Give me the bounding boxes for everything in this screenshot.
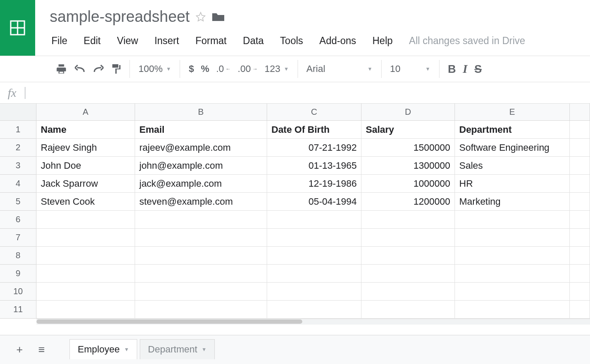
menu-edit[interactable]: Edit <box>84 35 101 47</box>
row-header-6[interactable]: 6 <box>0 211 36 229</box>
menu-data[interactable]: Data <box>243 35 264 47</box>
formula-input[interactable] <box>34 82 582 103</box>
menu-format[interactable]: Format <box>196 35 227 47</box>
cell-E11[interactable] <box>455 301 570 319</box>
horizontal-scrollbar[interactable] <box>36 319 590 325</box>
star-icon[interactable] <box>196 12 206 22</box>
cell-C3[interactable]: 01-13-1965 <box>267 157 361 175</box>
col-header-A[interactable]: A <box>36 104 135 121</box>
cell-D8[interactable] <box>361 247 455 265</box>
cell-C11[interactable] <box>267 301 361 319</box>
col-header-C[interactable]: C <box>267 104 361 121</box>
scrollbar-thumb[interactable] <box>36 319 302 324</box>
strikethrough-button[interactable]: S <box>471 60 485 78</box>
cell-extra-10[interactable] <box>570 283 590 301</box>
cell-E10[interactable] <box>455 283 570 301</box>
cell-D3[interactable]: 1300000 <box>361 157 455 175</box>
font-size-dropdown[interactable]: 10 ▼ <box>387 60 434 78</box>
cell-B8[interactable] <box>135 247 267 265</box>
cell-A2[interactable]: Rajeev Singh <box>36 139 135 157</box>
cell-A9[interactable] <box>36 265 135 283</box>
cell-E7[interactable] <box>455 229 570 247</box>
cell-C7[interactable] <box>267 229 361 247</box>
cell-extra-4[interactable] <box>570 175 590 193</box>
cell-D1[interactable]: Salary <box>361 121 455 139</box>
cell-A8[interactable] <box>36 247 135 265</box>
cell-E3[interactable]: Sales <box>455 157 570 175</box>
percent-button[interactable]: % <box>197 60 213 78</box>
cell-D10[interactable] <box>361 283 455 301</box>
cell-A7[interactable] <box>36 229 135 247</box>
cell-extra-11[interactable] <box>570 301 590 319</box>
cell-A1[interactable]: Name <box>36 121 135 139</box>
cell-E6[interactable] <box>455 211 570 229</box>
cell-extra-2[interactable] <box>570 139 590 157</box>
cell-C6[interactable] <box>267 211 361 229</box>
cell-B7[interactable] <box>135 229 267 247</box>
cell-C4[interactable]: 12-19-1986 <box>267 175 361 193</box>
cell-A10[interactable] <box>36 283 135 301</box>
cell-E4[interactable]: HR <box>455 175 570 193</box>
cell-A11[interactable] <box>36 301 135 319</box>
cell-D9[interactable] <box>361 265 455 283</box>
cell-C8[interactable] <box>267 247 361 265</box>
menu-help[interactable]: Help <box>372 35 392 47</box>
cell-extra-9[interactable] <box>570 265 590 283</box>
cell-B5[interactable]: steven@example.com <box>135 193 267 211</box>
bold-button[interactable]: B <box>445 60 460 78</box>
sheet-tab-active[interactable]: Employee ▼ <box>69 339 137 359</box>
menu-file[interactable]: File <box>51 35 67 47</box>
undo-icon[interactable] <box>70 60 89 78</box>
cell-extra-5[interactable] <box>570 193 590 211</box>
cell-E8[interactable] <box>455 247 570 265</box>
menu-addons[interactable]: Add-ons <box>319 35 356 47</box>
zoom-dropdown[interactable]: 100% ▼ <box>135 60 175 78</box>
all-sheets-button[interactable]: ≡ <box>30 343 52 356</box>
cell-C1[interactable]: Date Of Birth <box>267 121 361 139</box>
cell-A5[interactable]: Steven Cook <box>36 193 135 211</box>
menu-view[interactable]: View <box>117 35 138 47</box>
row-header-10[interactable]: 10 <box>0 283 36 301</box>
decrease-decimal-button[interactable]: .0 ← <box>213 60 234 78</box>
cell-E1[interactable]: Department <box>455 121 570 139</box>
increase-decimal-button[interactable]: .00 → <box>234 60 261 78</box>
cell-C9[interactable] <box>267 265 361 283</box>
cell-B11[interactable] <box>135 301 267 319</box>
cell-A3[interactable]: John Doe <box>36 157 135 175</box>
cell-D11[interactable] <box>361 301 455 319</box>
cell-B9[interactable] <box>135 265 267 283</box>
cell-D5[interactable]: 1200000 <box>361 193 455 211</box>
row-header-4[interactable]: 4 <box>0 175 36 193</box>
currency-button[interactable]: $ <box>185 60 197 78</box>
cell-B2[interactable]: rajeev@example.com <box>135 139 267 157</box>
cell-A4[interactable]: Jack Sparrow <box>36 175 135 193</box>
cell-C10[interactable] <box>267 283 361 301</box>
add-sheet-button[interactable]: + <box>9 343 30 356</box>
cell-E9[interactable] <box>455 265 570 283</box>
cell-extra-1[interactable] <box>570 121 590 139</box>
select-all-corner[interactable] <box>0 104 36 121</box>
print-icon[interactable] <box>52 60 70 78</box>
cell-extra-7[interactable] <box>570 229 590 247</box>
row-header-8[interactable]: 8 <box>0 247 36 265</box>
redo-icon[interactable] <box>89 60 108 78</box>
row-header-3[interactable]: 3 <box>0 157 36 175</box>
col-header-E[interactable]: E <box>455 104 570 121</box>
cell-extra-3[interactable] <box>570 157 590 175</box>
sheet-tab-inactive[interactable]: Department ▼ <box>140 339 215 359</box>
menu-insert[interactable]: Insert <box>154 35 179 47</box>
cell-C5[interactable]: 05-04-1994 <box>267 193 361 211</box>
row-header-11[interactable]: 11 <box>0 301 36 319</box>
col-header-B[interactable]: B <box>135 104 267 121</box>
cell-E2[interactable]: Software Engineering <box>455 139 570 157</box>
cell-D7[interactable] <box>361 229 455 247</box>
cell-D4[interactable]: 1000000 <box>361 175 455 193</box>
col-header-D[interactable]: D <box>361 104 455 121</box>
cell-E5[interactable]: Marketing <box>455 193 570 211</box>
doc-title[interactable]: sample-spreadsheet <box>50 8 190 26</box>
italic-button[interactable]: I <box>459 60 471 78</box>
paint-format-icon[interactable] <box>108 60 124 78</box>
cell-extra-8[interactable] <box>570 247 590 265</box>
cell-B6[interactable] <box>135 211 267 229</box>
cell-B10[interactable] <box>135 283 267 301</box>
